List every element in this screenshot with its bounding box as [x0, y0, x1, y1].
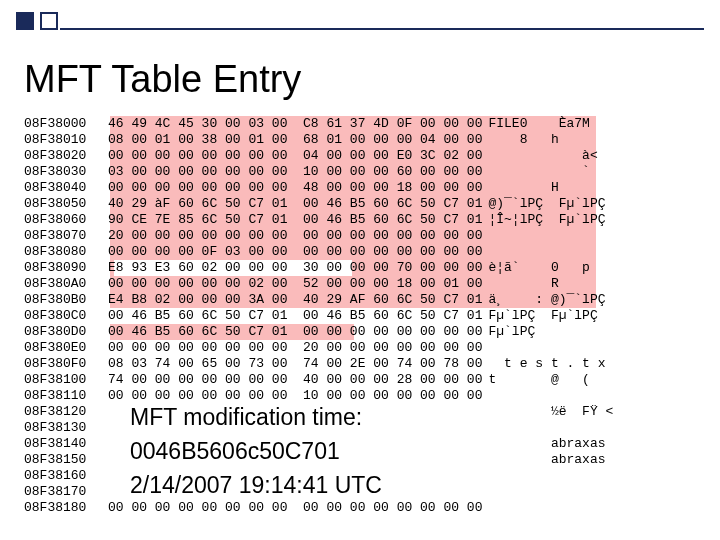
addr: 08F38170 — [24, 484, 108, 500]
ascii: t @ ( — [488, 372, 589, 388]
ascii: R — [488, 276, 558, 292]
hex-row: 08F3801008 00 01 00 38 00 01 00 68 01 00… — [24, 132, 700, 148]
header-rule — [60, 28, 704, 30]
hex-row: 08F3818000 00 00 00 00 00 00 00 00 00 00… — [24, 500, 700, 516]
hex-row: 08F3808000 00 00 00 0F 03 00 00 00 00 00… — [24, 244, 700, 260]
addr: 08F38050 — [24, 196, 108, 212]
page-title: MFT Table Entry — [24, 58, 301, 101]
hex-row: 08F3807020 00 00 00 00 00 00 00 00 00 00… — [24, 228, 700, 244]
hex-bytes: 00 00 00 00 0F 03 00 00 00 00 00 00 00 0… — [108, 244, 482, 260]
square-filled — [16, 12, 34, 30]
addr: 08F38010 — [24, 132, 108, 148]
ascii: ¦Î~¦lPÇ Fµ`lPÇ — [488, 212, 605, 228]
ascii: Fµ`lPÇ — [488, 324, 535, 340]
ascii: à< — [488, 148, 597, 164]
hex-row: 08F380B0E4 B8 02 00 00 00 3A 00 40 29 AF… — [24, 292, 700, 308]
hex-bytes: 00 46 B5 60 6C 50 C7 01 00 46 B5 60 6C 5… — [108, 308, 482, 324]
addr: 08F380B0 — [24, 292, 108, 308]
hex-bytes: E8 93 E3 60 02 00 00 00 30 00 00 00 70 0… — [108, 260, 482, 276]
hex-bytes: 74 00 00 00 00 00 00 00 40 00 00 00 28 0… — [108, 372, 482, 388]
ascii: ä¸ : @)¯`lPÇ — [488, 292, 605, 308]
hex-row: 08F38090E8 93 E3 60 02 00 00 00 30 00 00… — [24, 260, 700, 276]
hex-row: 08F3803003 00 00 00 00 00 00 00 10 00 00… — [24, 164, 700, 180]
hex-row: 08F3802000 00 00 00 00 00 00 00 04 00 00… — [24, 148, 700, 164]
addr: 08F38100 — [24, 372, 108, 388]
hex-row: 08F380D000 46 B5 60 6C 50 C7 01 00 00 00… — [24, 324, 700, 340]
hex-row: 08F380E000 00 00 00 00 00 00 00 20 00 00… — [24, 340, 700, 356]
addr: 08F38150 — [24, 452, 108, 468]
addr: 08F380C0 — [24, 308, 108, 324]
hex-row: 08F380C000 46 B5 60 6C 50 C7 01 00 46 B5… — [24, 308, 700, 324]
hex-bytes: 00 00 00 00 00 00 00 00 20 00 00 00 00 0… — [108, 340, 482, 356]
addr: 08F38120 — [24, 404, 108, 420]
addr: 08F38020 — [24, 148, 108, 164]
addr: 08F38180 — [24, 500, 108, 516]
hex-row: 08F380A000 00 00 00 00 00 02 00 52 00 00… — [24, 276, 700, 292]
ascii: 8 h — [488, 132, 558, 148]
hex-bytes: 08 00 01 00 38 00 01 00 68 01 00 00 00 0… — [108, 132, 482, 148]
addr: 08F38130 — [24, 420, 108, 436]
ascii: @)¯`lPÇ Fµ`lPÇ — [488, 196, 605, 212]
hex-row: 08F3810074 00 00 00 00 00 00 00 40 00 00… — [24, 372, 700, 388]
hex-row: 08F3806090 CE 7E 85 6C 50 C7 01 00 46 B5… — [24, 212, 700, 228]
hex-bytes: 90 CE 7E 85 6C 50 C7 01 00 46 B5 60 6C 5… — [108, 212, 482, 228]
hex-bytes: 40 29 àF 60 6C 50 C7 01 00 46 B5 60 6C 5… — [108, 196, 482, 212]
addr: 08F380F0 — [24, 356, 108, 372]
addr: 08F380D0 — [24, 324, 108, 340]
ascii: ` — [488, 164, 589, 180]
addr: 08F38160 — [24, 468, 108, 484]
overlay-line1: MFT modification time: — [130, 400, 550, 434]
hex-row: 08F3804000 00 00 00 00 00 00 00 48 00 00… — [24, 180, 700, 196]
overlay-line3: 2/14/2007 19:14:41 UTC — [130, 468, 550, 502]
hex-bytes: 20 00 00 00 00 00 00 00 00 00 00 00 00 0… — [108, 228, 482, 244]
addr: 08F38060 — [24, 212, 108, 228]
hex-bytes: 00 46 B5 60 6C 50 C7 01 00 00 00 00 00 0… — [108, 324, 482, 340]
hex-bytes: 46 49 4C 45 30 00 03 00 C8 61 37 4D 0F 0… — [108, 116, 482, 132]
square-outline — [40, 12, 58, 30]
addr: 08F38000 — [24, 116, 108, 132]
addr: 08F38080 — [24, 244, 108, 260]
ascii: H — [488, 180, 558, 196]
overlay-text: MFT modification time: 0046B5606c50C701 … — [130, 400, 550, 502]
ascii: Fµ`lPÇ Fµ`lPÇ — [488, 308, 597, 324]
hex-row: 08F3800046 49 4C 45 30 00 03 00 C8 61 37… — [24, 116, 700, 132]
addr: 08F38110 — [24, 388, 108, 404]
overlay-line2: 0046B5606c50C701 — [130, 434, 550, 468]
addr: 08F38140 — [24, 436, 108, 452]
hex-bytes: 00 00 00 00 00 00 00 00 48 00 00 00 18 0… — [108, 180, 482, 196]
addr: 08F380A0 — [24, 276, 108, 292]
ascii: t e s t . t x — [488, 356, 605, 372]
hex-bytes: 00 00 00 00 00 00 00 00 00 00 00 00 00 0… — [108, 500, 482, 516]
hex-bytes: 03 00 00 00 00 00 00 00 10 00 00 00 60 0… — [108, 164, 482, 180]
ascii: è¦ã` 0 p — [488, 260, 589, 276]
addr: 08F38090 — [24, 260, 108, 276]
decor-squares — [16, 12, 60, 30]
hex-bytes: 08 03 74 00 65 00 73 00 74 00 2E 00 74 0… — [108, 356, 482, 372]
hex-bytes: 00 00 00 00 00 00 02 00 52 00 00 00 18 0… — [108, 276, 482, 292]
addr: 08F38040 — [24, 180, 108, 196]
ascii: FILE0 Èa7M — [488, 116, 589, 132]
hex-bytes: 00 00 00 00 00 00 00 00 04 00 00 00 E0 3… — [108, 148, 482, 164]
addr: 08F380E0 — [24, 340, 108, 356]
hex-row: 08F3805040 29 àF 60 6C 50 C7 01 00 46 B5… — [24, 196, 700, 212]
addr: 08F38070 — [24, 228, 108, 244]
addr: 08F38030 — [24, 164, 108, 180]
hex-row: 08F380F008 03 74 00 65 00 73 00 74 00 2E… — [24, 356, 700, 372]
hex-bytes: E4 B8 02 00 00 00 3A 00 40 29 AF 60 6C 5… — [108, 292, 482, 308]
